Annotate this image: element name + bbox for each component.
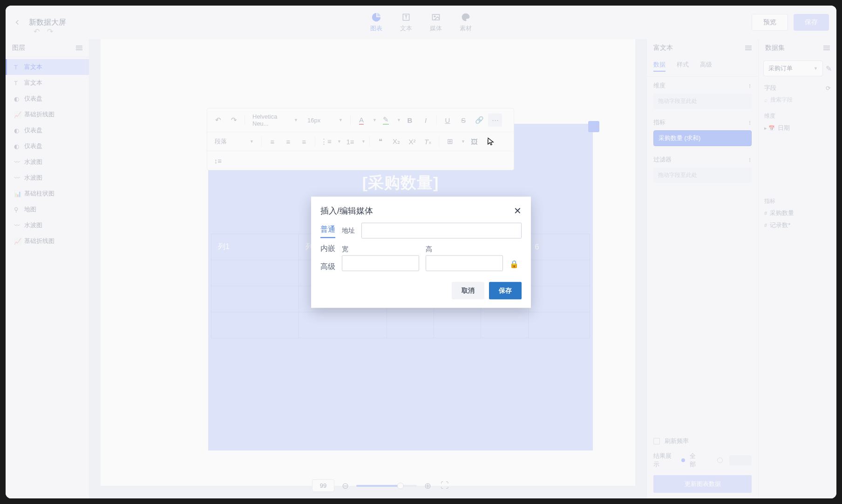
lock-icon[interactable]: 🔒 xyxy=(509,259,519,268)
modal-tab-general[interactable]: 普通 xyxy=(320,222,335,238)
modal-save-button[interactable]: 保存 xyxy=(489,282,522,299)
modal-title: 插入/编辑媒体 xyxy=(320,205,373,216)
width-input[interactable] xyxy=(342,255,419,271)
url-label: 地址 xyxy=(342,226,355,235)
modal-tab-embed[interactable]: 内嵌 xyxy=(320,242,335,256)
close-icon[interactable]: ✕ xyxy=(514,205,522,216)
url-input[interactable] xyxy=(361,222,522,238)
height-label: 高 xyxy=(426,245,503,253)
cancel-button[interactable]: 取消 xyxy=(452,282,484,299)
height-input[interactable] xyxy=(426,255,503,271)
insert-media-modal: 插入/编辑媒体 ✕ 普通 内嵌 高级 地址 宽 xyxy=(311,196,531,308)
width-label: 宽 xyxy=(342,245,419,253)
modal-tab-advanced[interactable]: 高级 xyxy=(320,260,335,274)
